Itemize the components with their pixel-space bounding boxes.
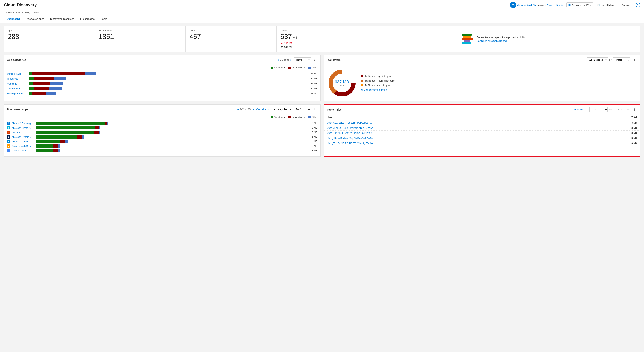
- app-sanctioned-bar: [36, 135, 77, 139]
- tab-ip-addresses[interactable]: IP addresses: [77, 15, 98, 23]
- traffic-stat: Traffic 637 MB ▲ 296 MB ▼ 341 MB: [276, 26, 458, 52]
- app-category-link[interactable]: IT services: [7, 78, 18, 80]
- entity-user-cell: User_J5kL6mN7oP8qR9sT0uV1wX2yZ3aB4c: [324, 141, 586, 146]
- risk-download-btn[interactable]: ⬇: [632, 58, 637, 62]
- app-categories-download-btn[interactable]: ⬇: [312, 58, 317, 62]
- risk-levels-title: Risk levels: [327, 58, 340, 61]
- pagination-text: 1-5 of 34: [280, 59, 289, 61]
- next-page-icon[interactable]: ►: [290, 59, 292, 61]
- sanctioned-legend-label: Sanctioned: [274, 66, 286, 69]
- app-link[interactable]: Microsoft Azure: [12, 140, 28, 143]
- app-category-link[interactable]: Marketing: [7, 82, 17, 85]
- app-categories-chart: Cloud storage 81 MB IT services 45 MB Ma…: [4, 70, 320, 100]
- da-next-icon[interactable]: ►: [252, 108, 254, 111]
- app-link[interactable]: Microsoft Exchang...: [12, 122, 33, 125]
- risk-traffic-select[interactable]: Traffic Users: [613, 57, 630, 62]
- list-item: M Microsoft Exchang... 9 MB: [7, 122, 317, 125]
- app-link[interactable]: Microsoft Dynami...: [12, 136, 32, 138]
- app-value: 3 MB: [309, 149, 317, 152]
- app-unsanctioned-bar: [52, 149, 58, 152]
- app-categories-traffic-select[interactable]: Traffic Users: [294, 57, 311, 62]
- da-download-btn[interactable]: ⬇: [312, 107, 317, 112]
- prev-page-icon[interactable]: ◄: [277, 59, 279, 61]
- medium-risk-color: [361, 80, 363, 82]
- entity-user-cell: User_C2dE3fH4iJ5kL6mN7oP8qR9sT0uV1w: [324, 126, 586, 131]
- app-icon: D: [7, 135, 10, 139]
- da-prev-icon[interactable]: ◄: [237, 108, 239, 111]
- app-category-link[interactable]: Hosting services: [7, 92, 24, 95]
- other-bar: [85, 72, 96, 75]
- app-category-value: 41 MB: [309, 82, 317, 85]
- entity-traffic-select[interactable]: Traffic Users: [613, 107, 630, 112]
- view-all-apps-link[interactable]: View all apps: [256, 108, 270, 111]
- donut-value: 637 MB: [335, 79, 349, 84]
- view-all-users-link[interactable]: View all users: [574, 108, 588, 111]
- app-bar: [36, 140, 307, 143]
- users-value: 457: [190, 33, 272, 41]
- entity-total-cell: 3 MB: [586, 136, 640, 141]
- down-arrow-icon: ▼: [280, 45, 284, 49]
- app-value: 8 MB: [309, 131, 317, 134]
- svg-text:PA: PA: [512, 4, 514, 6]
- da-traffic-select[interactable]: Traffic Users: [294, 107, 311, 112]
- date-range-label: Last 90 days: [600, 3, 614, 6]
- app-category-link[interactable]: Cloud storage: [7, 73, 21, 75]
- help-button[interactable]: ?: [636, 3, 640, 7]
- actions-dropdown[interactable]: Actions ▾: [620, 3, 633, 7]
- user-link[interactable]: User_C2dE3fH4iJ5kL6mN7oP8qR9sT0uV1w: [327, 127, 373, 129]
- da-chart: M Microsoft Exchang... 9 MB S Microsoft …: [4, 120, 320, 156]
- app-categories-pagination: ◄ 1-5 of 34 ►: [277, 59, 292, 61]
- tab-discovered-resources[interactable]: Discovered resources: [47, 15, 77, 23]
- entity-type-select[interactable]: User IP address: [589, 107, 608, 112]
- user-link[interactable]: User_A1bC2dE3fH4iJ5kL6mN7oP8qR9sT0u: [327, 122, 372, 124]
- list-item: Hosting services 32 MB: [7, 92, 317, 95]
- dismiss-link[interactable]: Dismiss: [556, 3, 564, 6]
- date-range-dropdown[interactable]: 🕐 Last 90 days ▾: [595, 3, 618, 7]
- app-unsanctioned-bar: [105, 122, 107, 125]
- da-sanctioned-label: Sanctioned: [274, 116, 286, 119]
- created-date: Created on Feb 16, 2023, 1:25 PM: [4, 11, 39, 14]
- user-link[interactable]: User_J5kL6mN7oP8qR9sT0uV1wX2yZ3aB4c: [327, 142, 374, 145]
- other-legend-label: Other: [312, 66, 317, 69]
- app-link[interactable]: Google Cloud Pl...: [12, 149, 30, 152]
- table-row: User_A1bC2dE3fH4iJ5kL6mN7oP8qR9sT0u 3 MB: [324, 120, 640, 126]
- app-unsanctioned-bar: [53, 144, 58, 148]
- app-category-bar: [30, 82, 307, 85]
- entity-total-cell: 3 MB: [586, 131, 640, 136]
- app-link[interactable]: Microsoft Skype f...: [12, 127, 31, 129]
- profile-dropdown[interactable]: Anonymized PA ▾: [566, 2, 593, 7]
- da-category-select[interactable]: All categories: [271, 107, 292, 112]
- app-category-value: 81 MB: [309, 72, 317, 75]
- user-link[interactable]: User_E3fH4iJ5kL6mN7oP8qR9sT0uV1wX2y: [327, 132, 372, 134]
- app-link[interactable]: Amazon Web Serv...: [12, 145, 33, 148]
- sanctioned-bar: [30, 87, 34, 90]
- app-category-bar: [30, 87, 307, 90]
- entity-download-btn[interactable]: ⬇: [632, 107, 637, 112]
- view-link[interactable]: View: [547, 3, 552, 6]
- ready-badge: PA Anonymized PA is ready. View | Dismis…: [510, 2, 564, 8]
- risk-category-select[interactable]: All categories: [587, 57, 608, 62]
- tab-discovered-apps[interactable]: Discovered apps: [23, 15, 47, 23]
- promo-card: Get continuous reports for improved visi…: [458, 26, 640, 52]
- configure-score-link[interactable]: ⚙ Configure score metric: [361, 89, 637, 91]
- profile-avatar: PA: [510, 2, 516, 8]
- app-category-link[interactable]: Collaboration: [7, 87, 20, 90]
- app-unsanctioned-bar: [60, 140, 65, 143]
- tab-users[interactable]: Users: [98, 15, 110, 23]
- entity-user-cell: User_E3fH4iJ5kL6mN7oP8qR9sT0uV1wX2y: [324, 131, 586, 136]
- configure-upload-link[interactable]: Configure automatic upload: [476, 39, 507, 42]
- user-link[interactable]: User_H4iJ5kL6mN7oP8qR9sT0uV1wX2yZ3a: [327, 137, 373, 140]
- app-value: 3 MB: [309, 145, 317, 147]
- app-bar: [36, 135, 307, 139]
- app-link[interactable]: Office 365: [12, 131, 22, 134]
- tab-dashboard[interactable]: Dashboard: [4, 15, 23, 23]
- gear-icon: ⚙: [361, 89, 363, 91]
- ip-value: 1851: [99, 33, 182, 41]
- app-icon: G: [7, 149, 10, 152]
- list-item: Collaboration 40 MB: [7, 87, 317, 90]
- unsanctioned-legend-color: [288, 67, 291, 69]
- app-value: 4 MB: [309, 140, 317, 143]
- apps-value: 288: [8, 33, 91, 41]
- traffic-unit: MB: [292, 36, 298, 40]
- table-row: User_C2dE3fH4iJ5kL6mN7oP8qR9sT0uV1w 3 MB: [324, 126, 640, 131]
